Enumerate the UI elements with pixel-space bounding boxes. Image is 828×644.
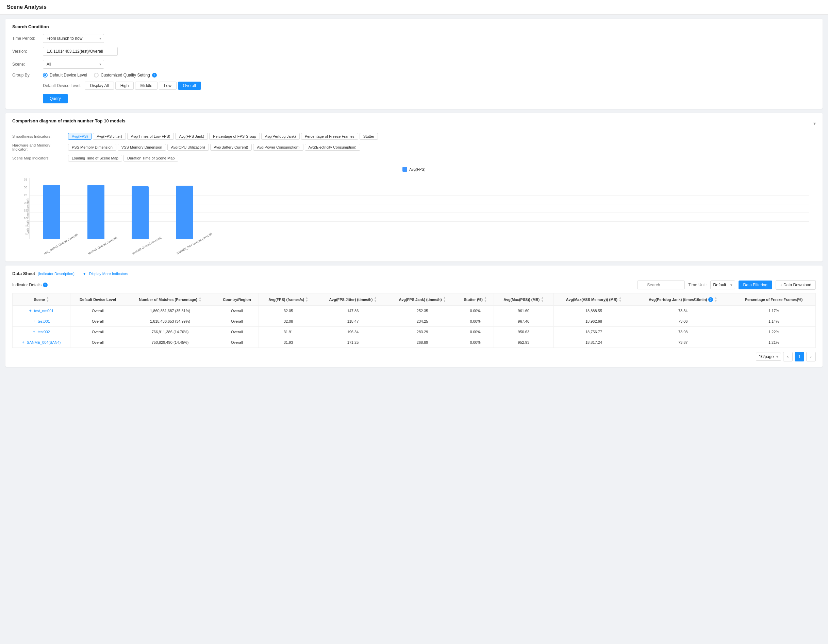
cell-fps-jitter-1: 147.86 bbox=[318, 306, 388, 316]
cell-fps-jitter-3: 196.34 bbox=[318, 327, 388, 337]
expand-icon-1[interactable]: + bbox=[29, 309, 31, 313]
page-1-button[interactable]: 1 bbox=[795, 352, 804, 362]
level-btn-high[interactable]: High bbox=[115, 81, 134, 90]
cell-fps-jank-4: 268.89 bbox=[388, 337, 457, 348]
cell-device-4: Overall bbox=[71, 337, 125, 348]
chart-wrapper: Avg(FPS)(Frames/Second) 35 30 25 20 15 1… bbox=[12, 174, 816, 256]
scene-select[interactable]: All bbox=[43, 60, 104, 69]
expand-icon-4[interactable]: + bbox=[22, 340, 25, 345]
indicator-pss-memory[interactable]: PSS Memory Dimension bbox=[68, 144, 116, 150]
level-btn-overall[interactable]: Overall bbox=[178, 81, 201, 90]
query-button[interactable]: Query bbox=[43, 94, 68, 103]
level-btn-low[interactable]: Low bbox=[159, 81, 177, 90]
prev-page-button[interactable]: ‹ bbox=[783, 352, 793, 362]
table-row: + test_nm001 Overall 1,860,851,687 (35.8… bbox=[13, 306, 816, 316]
customized-info-icon[interactable]: ? bbox=[152, 73, 157, 78]
y-label-30: 30 bbox=[24, 186, 27, 189]
next-page-button[interactable]: › bbox=[806, 352, 816, 362]
level-btn-display-all[interactable]: Display All bbox=[85, 81, 114, 90]
scene-map-indicators-row: Scene Map Indicators: Loading Time of Sc… bbox=[12, 155, 816, 161]
pagination: 10/page 20/page 50/page ‹ 1 › bbox=[12, 352, 816, 362]
indicator-description-link[interactable]: (Indicator Description) bbox=[38, 272, 75, 276]
group-by-row: Group By: Default Device Level Customize… bbox=[12, 73, 816, 78]
y-axis: Avg(FPS)(Frames/Second) 35 30 25 20 15 1… bbox=[19, 178, 29, 256]
radio-default-device[interactable]: Default Device Level bbox=[43, 73, 87, 78]
cell-matches-1: 1,860,851,687 (35.81%) bbox=[125, 306, 215, 316]
perfdog-info-icon[interactable]: ? bbox=[708, 297, 713, 302]
table-row: + test002 Overall 766,911,386 (14.76%) O… bbox=[13, 327, 816, 337]
indicator-cpu-utilization[interactable]: Avg(CPU Utilization) bbox=[167, 144, 209, 150]
indicator-duration-time[interactable]: Duration Time of Scene Map bbox=[124, 155, 178, 161]
expand-icon-2[interactable]: + bbox=[33, 319, 35, 324]
cell-country-2: Overall bbox=[215, 316, 259, 327]
cell-stutter-4: 0.00% bbox=[457, 337, 494, 348]
sort-max-pss[interactable]: ▲▼ bbox=[541, 296, 544, 302]
data-download-button[interactable]: ↓ Data Download bbox=[776, 280, 816, 290]
cell-freeze-2: 1.14% bbox=[732, 316, 816, 327]
bar-group-2: test001 Overall (Overall) bbox=[88, 185, 104, 239]
scene-link-1[interactable]: test_nm001 bbox=[34, 309, 53, 313]
th-country: Country/Region bbox=[215, 293, 259, 306]
collapse-icon[interactable]: ▾ bbox=[813, 121, 816, 126]
data-filtering-button[interactable]: Data Filtering bbox=[739, 280, 772, 289]
cell-matches-4: 750,829,490 (14.45%) bbox=[125, 337, 215, 348]
th-freeze-frames: Percentage of Freeze Frames(%) bbox=[732, 293, 816, 306]
indicator-details-info-icon[interactable]: ? bbox=[43, 282, 48, 287]
th-fps-jitter: Avg(FPS Jitter) (times/h) ▲▼ bbox=[318, 293, 388, 306]
bar-group-3: test002 Overall (Overall) bbox=[132, 186, 149, 239]
cell-matches-2: 1,818,436,653 (34.99%) bbox=[125, 316, 215, 327]
expand-icon-3[interactable]: + bbox=[33, 329, 35, 334]
indicator-avg-fps-jitter[interactable]: Avg(FPS Jitter) bbox=[93, 133, 125, 140]
device-level-label: Default Device Level: bbox=[43, 83, 81, 88]
th-matches: Number of Matches (Percentage) ▲▼ bbox=[125, 293, 215, 306]
indicator-pct-freeze[interactable]: Percentage of Freeze Frames bbox=[301, 133, 358, 140]
sort-avg-fps[interactable]: ▲▼ bbox=[306, 296, 308, 302]
cell-perfdog-1: 73.34 bbox=[634, 306, 732, 316]
indicator-electricity[interactable]: Avg(Electricity Consumption) bbox=[305, 144, 360, 150]
radio-label-default: Default Device Level bbox=[50, 73, 87, 78]
smoothness-label: Smoothness Indicators: bbox=[12, 134, 67, 138]
sort-fps-jank[interactable]: ▲▼ bbox=[443, 296, 446, 302]
data-sheet-title: Data Sheet bbox=[12, 271, 35, 276]
cell-scene-4: + SANME_004(SAN4) bbox=[13, 337, 71, 348]
sort-fps-jitter[interactable]: ▲▼ bbox=[374, 296, 376, 302]
th-fps-jank: Avg(FPS Jank) (times/h) ▲▼ bbox=[388, 293, 457, 306]
indicator-pct-fps-group[interactable]: Percentage of FPS Group bbox=[209, 133, 260, 140]
bar-group-1: test_nm001 Overall (Overall) bbox=[43, 185, 60, 239]
per-page-select[interactable]: 10/page 20/page 50/page bbox=[756, 353, 781, 361]
sort-stutter[interactable]: ▲▼ bbox=[484, 296, 487, 302]
indicator-power-consumption[interactable]: Avg(Power Consumption) bbox=[253, 144, 303, 150]
cell-perfdog-3: 73.98 bbox=[634, 327, 732, 337]
indicator-vss-memory[interactable]: VSS Memory Dimension bbox=[118, 144, 166, 150]
cell-perfdog-4: 73.87 bbox=[634, 337, 732, 348]
cell-pss-4: 952.93 bbox=[494, 337, 554, 348]
scene-link-2[interactable]: test001 bbox=[38, 319, 50, 323]
group-by-radio-group: Default Device Level Customized Quality … bbox=[43, 73, 157, 78]
version-input[interactable] bbox=[43, 47, 118, 56]
indicator-avg-fps[interactable]: Avg(FPS) bbox=[68, 133, 91, 140]
page-title: Scene Analysis bbox=[7, 4, 821, 10]
time-period-select[interactable]: From launch to now Last 7 days Last 30 d… bbox=[43, 34, 104, 43]
sort-max-vss[interactable]: ▲▼ bbox=[619, 296, 621, 302]
cell-perfdog-2: 73.06 bbox=[634, 316, 732, 327]
indicator-battery-current[interactable]: Avg(Battery Current) bbox=[210, 144, 252, 150]
sort-perfdog[interactable]: ▲▼ bbox=[714, 296, 717, 302]
display-more-indicators[interactable]: Display More Indicators bbox=[89, 272, 128, 276]
indicator-avg-perfdog-jank[interactable]: Avg(Perfdog Jank) bbox=[261, 133, 300, 140]
indicator-avg-fps-jank[interactable]: Avg(FPS Jank) bbox=[175, 133, 208, 140]
search-input[interactable] bbox=[637, 280, 685, 289]
sort-scene[interactable]: ▲▼ bbox=[46, 296, 49, 302]
th-avg-fps: Avg(FPS) (frames/s) ▲▼ bbox=[259, 293, 318, 306]
indicator-avg-times-low[interactable]: Avg(Times of Low FPS) bbox=[127, 133, 174, 140]
chart-area: Avg(FPS) Avg(FPS)(Frames/Second) 35 30 2… bbox=[12, 167, 816, 256]
level-btn-middle[interactable]: Middle bbox=[135, 81, 157, 90]
scene-link-3[interactable]: test002 bbox=[38, 330, 50, 334]
scene-link-4[interactable]: SANME_004(SAN4) bbox=[27, 340, 61, 345]
indicator-stutter[interactable]: Stutter bbox=[359, 133, 378, 140]
cell-fps-jank-2: 234.25 bbox=[388, 316, 457, 327]
radio-customized[interactable]: Customized Quality Setting ? bbox=[94, 73, 157, 78]
scene-row: Scene: All bbox=[12, 60, 816, 69]
time-unit-select[interactable]: Default bbox=[710, 280, 735, 289]
indicator-loading-time[interactable]: Loading Time of Scene Map bbox=[68, 155, 122, 161]
sort-matches[interactable]: ▲▼ bbox=[199, 296, 201, 302]
